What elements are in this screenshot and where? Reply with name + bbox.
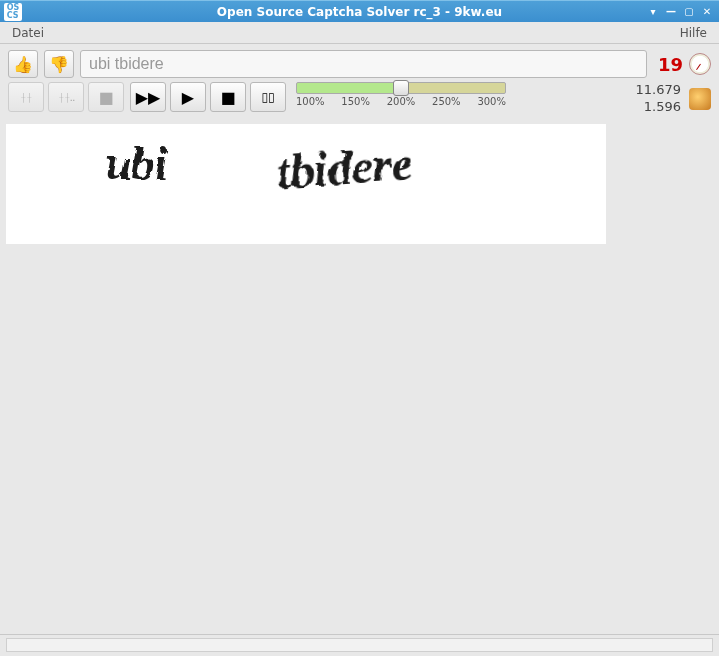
captcha-image: ubi tbidere [6,124,606,244]
zoom-ticks: 100% 150% 200% 250% 300% [296,96,506,107]
zoom-tick: 100% [296,96,325,107]
thumbs-up-icon: 👍 [13,55,33,74]
maximize-button[interactable]: ▢ [681,5,697,19]
status-bar-well [6,638,713,652]
captcha-svg: ubi tbidere [6,124,606,244]
timer-seconds: 19 [653,54,683,75]
answer-row: 👍 👎 19 [0,44,719,80]
layout-button[interactable]: ▯▯ [250,82,286,112]
timer-icon [689,53,711,75]
zoom-tick: 250% [432,96,461,107]
app-icon: OSCS [4,3,22,21]
stats: 11.679 1.596 [636,82,712,116]
restore-button[interactable]: — [663,5,679,19]
history-stop-button[interactable]: ■ [88,82,124,112]
answer-input[interactable] [80,50,647,78]
zoom-tick: 150% [341,96,370,107]
stat-solved: 1.596 [636,99,682,116]
play-icon: ▶ [182,88,194,107]
zoom-slider-thumb[interactable] [393,80,409,96]
menu-help[interactable]: Hilfe [674,24,713,42]
square-grey-icon: ■ [98,88,113,107]
zoom-slider[interactable] [296,82,506,94]
controls-row: ⟊⟊ ⟊⟊.. ■ ▶▶ ▶ ■ ▯▯ [0,80,719,120]
stop-button[interactable]: ■ [210,82,246,112]
zoom-slider-area: 100% 150% 200% 250% 300% [296,82,506,107]
menu-file[interactable]: Datei [6,24,50,42]
play-button[interactable]: ▶ [170,82,206,112]
thumbs-down-button[interactable]: 👎 [44,50,74,78]
close-button[interactable]: ✕ [699,5,715,19]
captcha-word1: ubi [106,138,168,189]
window-title: Open Source Captcha Solver rc_3 - 9kw.eu [0,5,719,19]
menubar: Datei Hilfe [0,22,719,44]
work-area: ubi tbidere [0,120,719,634]
history-buttons: ⟊⟊ ⟊⟊.. ■ [8,82,124,112]
history-prev-button[interactable]: ⟊⟊ [8,82,44,112]
history-prev-icon: ⟊⟊ [20,91,32,104]
captcha-word2: tbidere [275,136,414,198]
coin-icon [689,88,711,110]
status-bar [0,634,719,656]
history-list-icon: ⟊⟊.. [58,91,75,104]
zoom-tick: 300% [477,96,506,107]
playback-buttons: ▶▶ ▶ ■ ▯▯ [130,82,286,112]
minimize-button[interactable]: ▾ [645,5,661,19]
history-list-button[interactable]: ⟊⟊.. [48,82,84,112]
fast-forward-button[interactable]: ▶▶ [130,82,166,112]
stat-balance: 11.679 [636,82,682,99]
thumbs-up-button[interactable]: 👍 [8,50,38,78]
stop-icon: ■ [220,88,235,107]
layout-icon: ▯▯ [261,90,274,104]
zoom-tick: 200% [387,96,416,107]
fast-forward-icon: ▶▶ [136,88,161,107]
thumbs-down-icon: 👎 [49,55,69,74]
content-area: 👍 👎 19 ⟊⟊ ⟊⟊.. ■ ▶▶ ▶ [0,44,719,656]
window-titlebar: OSCS Open Source Captcha Solver rc_3 - 9… [0,0,719,22]
